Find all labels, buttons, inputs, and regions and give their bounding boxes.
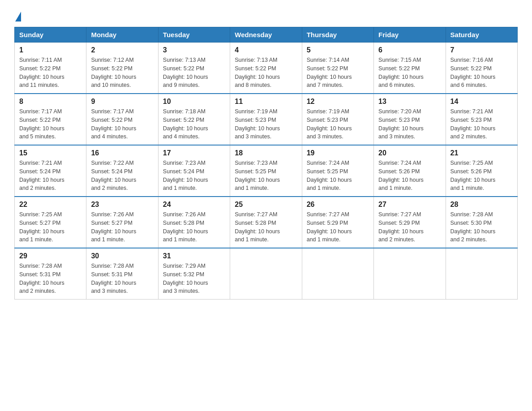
calendar-day-cell: 10 Sunrise: 7:18 AMSunset: 5:22 PMDaylig… [158, 94, 230, 145]
day-number: 23 [91, 201, 153, 209]
day-number: 15 [19, 149, 82, 157]
day-number: 8 [19, 98, 82, 106]
page-header [14, 11, 518, 20]
day-info: Sunrise: 7:17 AMSunset: 5:22 PMDaylight:… [91, 107, 153, 141]
calendar-day-cell: 4 Sunrise: 7:13 AMSunset: 5:22 PMDayligh… [230, 43, 302, 94]
calendar-day-cell: 26 Sunrise: 7:27 AMSunset: 5:29 PMDaylig… [302, 197, 373, 248]
calendar-day-cell: 13 Sunrise: 7:20 AMSunset: 5:23 PMDaylig… [374, 94, 446, 145]
day-number: 30 [91, 252, 153, 260]
calendar-day-cell: 31 Sunrise: 7:29 AMSunset: 5:32 PMDaylig… [158, 248, 230, 300]
day-number: 22 [19, 201, 82, 209]
day-info: Sunrise: 7:21 AMSunset: 5:23 PMDaylight:… [450, 107, 513, 141]
calendar-day-cell: 25 Sunrise: 7:27 AMSunset: 5:28 PMDaylig… [230, 197, 302, 248]
day-number: 26 [307, 201, 369, 209]
day-info: Sunrise: 7:25 AMSunset: 5:27 PMDaylight:… [19, 210, 82, 244]
weekday-header-monday: Monday [86, 27, 158, 43]
day-number: 10 [163, 98, 225, 106]
day-number: 31 [163, 252, 225, 260]
calendar-week-row: 22 Sunrise: 7:25 AMSunset: 5:27 PMDaylig… [15, 197, 518, 248]
calendar-day-cell: 9 Sunrise: 7:17 AMSunset: 5:22 PMDayligh… [86, 94, 158, 145]
day-number: 16 [91, 149, 153, 157]
day-info: Sunrise: 7:28 AMSunset: 5:31 PMDaylight:… [91, 262, 153, 295]
day-info: Sunrise: 7:29 AMSunset: 5:32 PMDaylight:… [163, 262, 225, 295]
day-info: Sunrise: 7:23 AMSunset: 5:25 PMDaylight:… [235, 159, 297, 193]
day-info: Sunrise: 7:19 AMSunset: 5:23 PMDaylight:… [307, 107, 369, 141]
day-info: Sunrise: 7:21 AMSunset: 5:24 PMDaylight:… [19, 159, 82, 193]
calendar-day-cell: 22 Sunrise: 7:25 AMSunset: 5:27 PMDaylig… [15, 197, 86, 248]
day-number: 12 [307, 98, 369, 106]
calendar-week-row: 29 Sunrise: 7:28 AMSunset: 5:31 PMDaylig… [15, 248, 518, 300]
day-info: Sunrise: 7:27 AMSunset: 5:29 PMDaylight:… [307, 210, 369, 244]
day-number: 4 [235, 46, 297, 54]
day-info: Sunrise: 7:27 AMSunset: 5:29 PMDaylight:… [378, 210, 441, 244]
day-number: 17 [163, 149, 225, 157]
calendar-day-cell: 19 Sunrise: 7:24 AMSunset: 5:25 PMDaylig… [302, 145, 373, 197]
day-info: Sunrise: 7:11 AMSunset: 5:22 PMDaylight:… [19, 56, 82, 90]
calendar-day-cell: 11 Sunrise: 7:19 AMSunset: 5:23 PMDaylig… [230, 94, 302, 145]
calendar-day-cell: 1 Sunrise: 7:11 AMSunset: 5:22 PMDayligh… [15, 43, 86, 94]
day-number: 7 [450, 46, 513, 54]
calendar-day-cell: 6 Sunrise: 7:15 AMSunset: 5:22 PMDayligh… [374, 43, 446, 94]
day-number: 24 [163, 201, 225, 209]
weekday-header-friday: Friday [374, 27, 446, 43]
day-info: Sunrise: 7:18 AMSunset: 5:22 PMDaylight:… [163, 107, 225, 141]
weekday-header-saturday: Saturday [446, 27, 517, 43]
calendar-day-cell: 8 Sunrise: 7:17 AMSunset: 5:22 PMDayligh… [15, 94, 86, 145]
day-number: 21 [450, 149, 513, 157]
calendar-day-cell: 16 Sunrise: 7:22 AMSunset: 5:24 PMDaylig… [86, 145, 158, 197]
calendar-week-row: 8 Sunrise: 7:17 AMSunset: 5:22 PMDayligh… [15, 94, 518, 145]
day-number: 18 [235, 149, 297, 157]
calendar-day-cell: 24 Sunrise: 7:26 AMSunset: 5:28 PMDaylig… [158, 197, 230, 248]
calendar-day-cell [230, 248, 302, 300]
calendar-day-cell: 12 Sunrise: 7:19 AMSunset: 5:23 PMDaylig… [302, 94, 373, 145]
weekday-header-tuesday: Tuesday [158, 27, 230, 43]
day-number: 5 [307, 46, 369, 54]
calendar-day-cell [302, 248, 373, 300]
calendar-day-cell: 27 Sunrise: 7:27 AMSunset: 5:29 PMDaylig… [374, 197, 446, 248]
calendar-day-cell: 14 Sunrise: 7:21 AMSunset: 5:23 PMDaylig… [446, 94, 517, 145]
day-number: 6 [378, 46, 441, 54]
day-number: 28 [450, 201, 513, 209]
day-info: Sunrise: 7:22 AMSunset: 5:24 PMDaylight:… [91, 159, 153, 193]
day-info: Sunrise: 7:17 AMSunset: 5:22 PMDaylight:… [19, 107, 82, 141]
day-info: Sunrise: 7:14 AMSunset: 5:22 PMDaylight:… [307, 56, 369, 90]
calendar-day-cell: 15 Sunrise: 7:21 AMSunset: 5:24 PMDaylig… [15, 145, 86, 197]
day-number: 9 [91, 98, 153, 106]
calendar-day-cell: 5 Sunrise: 7:14 AMSunset: 5:22 PMDayligh… [302, 43, 373, 94]
day-info: Sunrise: 7:13 AMSunset: 5:22 PMDaylight:… [163, 56, 225, 90]
calendar-week-row: 15 Sunrise: 7:21 AMSunset: 5:24 PMDaylig… [15, 145, 518, 197]
calendar-day-cell: 28 Sunrise: 7:28 AMSunset: 5:30 PMDaylig… [446, 197, 517, 248]
calendar-day-cell: 29 Sunrise: 7:28 AMSunset: 5:31 PMDaylig… [15, 248, 86, 300]
calendar-day-cell: 2 Sunrise: 7:12 AMSunset: 5:22 PMDayligh… [86, 43, 158, 94]
calendar-day-cell: 18 Sunrise: 7:23 AMSunset: 5:25 PMDaylig… [230, 145, 302, 197]
day-info: Sunrise: 7:27 AMSunset: 5:28 PMDaylight:… [235, 210, 297, 244]
day-info: Sunrise: 7:24 AMSunset: 5:26 PMDaylight:… [378, 159, 441, 193]
day-number: 19 [307, 149, 369, 157]
weekday-header-sunday: Sunday [15, 27, 86, 43]
day-info: Sunrise: 7:12 AMSunset: 5:22 PMDaylight:… [91, 56, 153, 90]
day-number: 13 [378, 98, 441, 106]
day-info: Sunrise: 7:26 AMSunset: 5:28 PMDaylight:… [163, 210, 225, 244]
day-info: Sunrise: 7:20 AMSunset: 5:23 PMDaylight:… [378, 107, 441, 141]
day-number: 11 [235, 98, 297, 106]
calendar-day-cell: 7 Sunrise: 7:16 AMSunset: 5:22 PMDayligh… [446, 43, 517, 94]
day-number: 29 [19, 252, 82, 260]
day-number: 3 [163, 46, 225, 54]
weekday-header-thursday: Thursday [302, 27, 373, 43]
day-number: 27 [378, 201, 441, 209]
calendar-day-cell: 23 Sunrise: 7:26 AMSunset: 5:27 PMDaylig… [86, 197, 158, 248]
day-info: Sunrise: 7:15 AMSunset: 5:22 PMDaylight:… [378, 56, 441, 90]
logo [14, 11, 21, 20]
day-info: Sunrise: 7:23 AMSunset: 5:24 PMDaylight:… [163, 159, 225, 193]
weekday-header-row: SundayMondayTuesdayWednesdayThursdayFrid… [15, 27, 518, 43]
calendar-week-row: 1 Sunrise: 7:11 AMSunset: 5:22 PMDayligh… [15, 43, 518, 94]
day-info: Sunrise: 7:16 AMSunset: 5:22 PMDaylight:… [450, 56, 513, 90]
weekday-header-wednesday: Wednesday [230, 27, 302, 43]
day-info: Sunrise: 7:19 AMSunset: 5:23 PMDaylight:… [235, 107, 297, 141]
calendar-day-cell [374, 248, 446, 300]
day-number: 1 [19, 46, 82, 54]
calendar-day-cell [446, 248, 517, 300]
calendar-day-cell: 17 Sunrise: 7:23 AMSunset: 5:24 PMDaylig… [158, 145, 230, 197]
day-info: Sunrise: 7:26 AMSunset: 5:27 PMDaylight:… [91, 210, 153, 244]
day-info: Sunrise: 7:28 AMSunset: 5:30 PMDaylight:… [450, 210, 513, 244]
